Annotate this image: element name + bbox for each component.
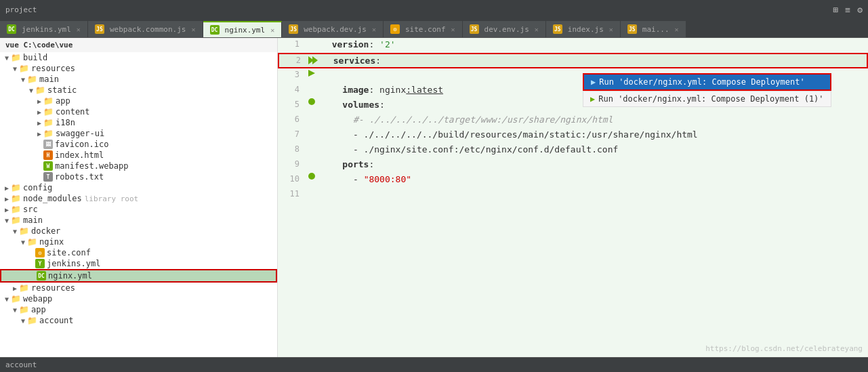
tab-webpack-dev[interactable]: JS webpack.dev.js ✕ — [282, 21, 384, 37]
line-num-8: 8 — [278, 143, 305, 154]
label-static: static — [47, 85, 77, 95]
label-index-html: index.html — [55, 150, 104, 160]
tree-item-manifest[interactable]: W manifest.webapp — [0, 161, 277, 171]
arrow-src: ▶ — [3, 206, 11, 213]
project-title: project — [5, 5, 37, 14]
tab-webpack-dev-close[interactable]: ✕ — [372, 26, 376, 33]
tree-item-i18n[interactable]: ▶ 📁 i18n — [0, 117, 277, 128]
tab-dev-env-close[interactable]: ✕ — [535, 26, 539, 33]
popup-item-1-label: Run 'docker/nginx.yml: Compose Deploymen… — [599, 77, 804, 87]
line-num-11: 11 — [278, 188, 305, 199]
tab-nginx[interactable]: DC nginx.yml ✕ — [203, 21, 283, 37]
line-num-7: 7 — [278, 128, 305, 139]
tab-nginx-close[interactable]: ✕ — [270, 26, 274, 34]
webpack-common-tab-icon: JS — [95, 24, 104, 34]
line-num-5: 5 — [278, 98, 305, 109]
code-line-11: 11 — [278, 188, 868, 203]
tree-item-robots[interactable]: T robots.txt — [0, 171, 277, 182]
label-docker: docker — [31, 226, 60, 236]
tree-item-nginx-yml[interactable]: DC nginx.yml — [0, 269, 277, 283]
arrow-main-src: ▼ — [3, 217, 11, 224]
label-nginx-yml: nginx.yml — [48, 271, 92, 281]
line-num-3: 3 — [278, 68, 305, 79]
run-arrows-icon[interactable] — [307, 54, 319, 66]
code-line-10: 10 - "8000:80" — [278, 173, 868, 188]
tree-item-main-build[interactable]: ▼ 📁 main — [0, 74, 277, 85]
tree-item-account[interactable]: ▼ 📁 account — [0, 315, 277, 326]
folder-icon-build: 📁 — [11, 53, 21, 62]
line-gutter-3[interactable] — [305, 68, 318, 78]
line-gutter-10 — [305, 173, 318, 180]
tree-item-jenkins-yml[interactable]: Y jenkins.yml — [0, 258, 277, 269]
label-main-src: main — [23, 215, 43, 225]
tree-item-docker[interactable]: ▼ 📁 docker — [0, 226, 277, 236]
tree-item-favicon[interactable]: 🖼 favicon.ico — [0, 139, 277, 150]
file-icon-favicon: 🖼 — [43, 140, 53, 149]
tree-item-site-conf[interactable]: ⚙ site.conf — [0, 247, 277, 258]
label-build: build — [23, 53, 47, 62]
gear-icon[interactable]: ⚙ — [857, 5, 863, 15]
tab-mai[interactable]: JS mai... ✕ — [621, 21, 686, 37]
grid-icon[interactable]: ⊞ — [833, 5, 839, 15]
tree-item-build[interactable]: ▼ 📁 build — [0, 52, 277, 63]
tab-index[interactable]: JS index.js ✕ — [546, 21, 621, 37]
arrow-app-webapp: ▼ — [11, 306, 19, 314]
arrow-nginx-folder: ▼ — [19, 239, 27, 246]
label-app-static: app — [56, 96, 70, 106]
line-code-10: - "8000:80" — [318, 173, 868, 186]
run-arrow-icon-3[interactable] — [307, 68, 316, 78]
line-gutter-2[interactable] — [306, 54, 320, 66]
tab-index-close[interactable]: ✕ — [609, 26, 613, 33]
lines-icon[interactable]: ≡ — [845, 5, 850, 15]
code-line-2: 2 services: — [278, 53, 868, 68]
tree-item-node-modules[interactable]: ▶ 📁 node_modules library root — [0, 193, 277, 204]
tree-item-index-html[interactable]: H index.html — [0, 150, 277, 161]
line-num-6: 6 — [278, 113, 305, 124]
tab-mai-close[interactable]: ✕ — [675, 26, 679, 33]
tree-item-resources-build[interactable]: ▼ 📁 resources — [0, 63, 277, 74]
tab-webpack-common-close[interactable]: ✕ — [191, 26, 195, 33]
tab-mai-label: mai... — [642, 25, 669, 34]
code-line-7: 7 - ./../../../../build/resources/main/s… — [278, 128, 868, 143]
folder-icon-content: 📁 — [43, 107, 54, 117]
label-robots: robots.txt — [55, 172, 104, 182]
label-webapp: webapp — [23, 294, 52, 304]
tree-item-webapp[interactable]: ▼ 📁 webapp — [0, 293, 277, 304]
label-nginx-folder: nginx — [39, 237, 64, 247]
tree-item-content[interactable]: ▶ 📁 content — [0, 106, 277, 117]
tree-item-config[interactable]: ▶ 📁 config — [0, 182, 277, 193]
popup-item-2[interactable]: ▶ Run 'docker/nginx.yml: Compose Deploym… — [583, 91, 831, 107]
arrow-content: ▶ — [35, 108, 43, 116]
tab-webpack-common[interactable]: JS webpack.common.js ✕ — [88, 21, 203, 37]
tree-item-app-static[interactable]: ▶ 📁 app — [0, 96, 277, 106]
tree-item-main-src[interactable]: ▼ 📁 main — [0, 215, 277, 226]
label-src: src — [23, 205, 38, 214]
tree-item-resources-main[interactable]: ▶ 📁 resources — [0, 283, 277, 293]
tree-item-app-webapp[interactable]: ▼ 📁 app — [0, 304, 277, 315]
label-swagger-ui: swagger-ui — [56, 129, 104, 138]
label-main-build: main — [39, 75, 59, 84]
tree-item-src[interactable]: ▶ 📁 src — [0, 204, 277, 215]
tree-item-nginx-folder[interactable]: ▼ 📁 nginx — [0, 236, 277, 247]
status-bar: account — [0, 357, 868, 372]
tab-bar: DC jenkins.yml ✕ JS webpack.common.js ✕ … — [0, 19, 868, 38]
arrow-static: ▼ — [27, 87, 35, 94]
tree-item-swagger-ui[interactable]: ▶ 📁 swagger-ui — [0, 128, 277, 139]
arrow-app-static: ▶ — [35, 98, 43, 105]
arrow-config: ▶ — [3, 184, 11, 192]
tab-site-conf-close[interactable]: ✕ — [451, 26, 455, 33]
webpack-dev-tab-icon: JS — [289, 24, 298, 34]
folder-icon-app-static: 📁 — [43, 96, 54, 106]
tab-jenkins-close[interactable]: ✕ — [77, 26, 81, 33]
tab-dev-env[interactable]: JS dev.env.js ✕ — [463, 21, 546, 37]
popup-item-2-label: Run 'docker/nginx.yml: Compose Deploymen… — [598, 94, 823, 104]
popup-run-icon-2: ▶ — [590, 94, 595, 104]
line-code-2: services: — [320, 54, 867, 67]
popup-item-1[interactable]: ▶ Run 'docker/nginx.yml: Compose Deploym… — [583, 73, 831, 91]
tree-item-static[interactable]: ▼ 📁 static — [0, 85, 277, 96]
svg-marker-2 — [308, 70, 315, 77]
arrow-webapp: ▼ — [3, 295, 11, 303]
tab-site-conf[interactable]: ⚙ site.conf ✕ — [384, 21, 463, 37]
line-gutter-5 — [305, 98, 318, 105]
tab-jenkins[interactable]: DC jenkins.yml ✕ — [0, 21, 88, 37]
